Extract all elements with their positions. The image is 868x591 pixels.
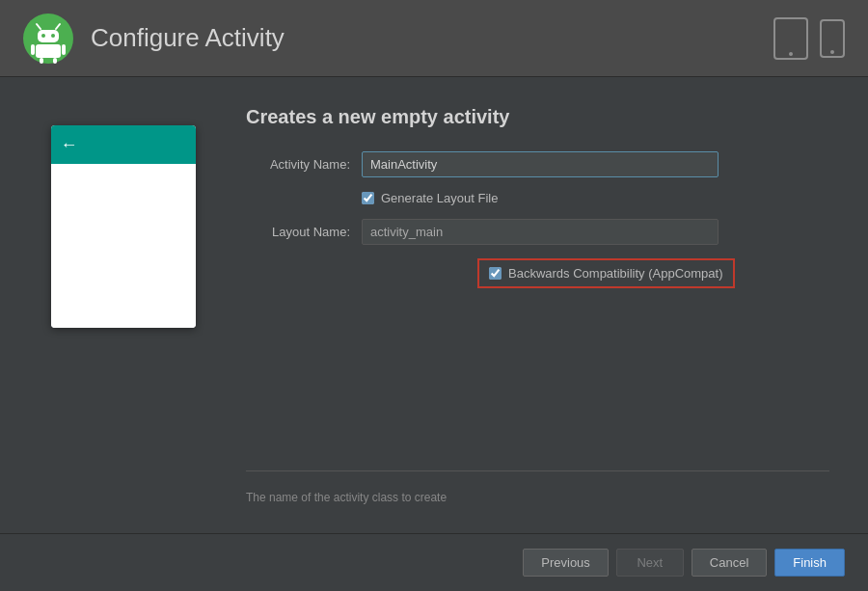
page-title: Configure Activity [91, 23, 285, 53]
backwards-compat-checkbox[interactable] [489, 267, 502, 280]
generate-layout-label[interactable]: Generate Layout File [381, 191, 498, 205]
form-panel: Creates a new empty activity Activity Na… [246, 106, 829, 504]
hint-section: The name of the activity class to create [246, 470, 829, 504]
footer: Previous Next Cancel Finish [0, 533, 868, 591]
form-heading: Creates a new empty activity [246, 106, 829, 128]
activity-name-input[interactable] [362, 151, 719, 177]
android-logo [23, 13, 73, 64]
finish-button[interactable]: Finish [774, 549, 845, 577]
phone-preview: ← [51, 125, 196, 328]
svg-point-4 [41, 34, 45, 38]
backwards-compat-row: Backwards Compatibility (AppCompat) [477, 258, 735, 288]
header: Configure Activity [0, 0, 868, 77]
activity-name-label: Activity Name: [246, 157, 362, 172]
preview-panel: ← [39, 106, 207, 504]
activity-name-row: Activity Name: [246, 151, 829, 177]
main-content: ← Creates a new empty activity Activity … [0, 77, 868, 533]
svg-rect-10 [53, 58, 57, 64]
next-button[interactable]: Next [616, 549, 684, 577]
layout-name-input[interactable] [362, 219, 719, 245]
layout-name-row: Layout Name: [246, 219, 829, 245]
layout-name-label: Layout Name: [246, 225, 362, 239]
backwards-compat-label[interactable]: Backwards Compatibility (AppCompat) [508, 266, 723, 281]
svg-rect-3 [38, 30, 59, 42]
svg-rect-6 [36, 44, 61, 58]
svg-rect-8 [62, 44, 66, 55]
preview-back-arrow: ← [61, 135, 78, 155]
preview-topbar: ← [51, 125, 196, 164]
cancel-button[interactable]: Cancel [692, 549, 767, 577]
hint-text: The name of the activity class to create [246, 491, 447, 504]
svg-point-5 [51, 34, 55, 38]
svg-point-12 [789, 52, 793, 56]
device-icons [773, 17, 845, 60]
svg-point-14 [830, 50, 834, 54]
previous-button[interactable]: Previous [523, 549, 609, 577]
svg-rect-7 [31, 44, 35, 55]
preview-body [51, 164, 196, 328]
generate-layout-row: Generate Layout File [362, 191, 829, 205]
generate-layout-checkbox[interactable] [362, 192, 374, 204]
svg-rect-9 [40, 58, 43, 64]
